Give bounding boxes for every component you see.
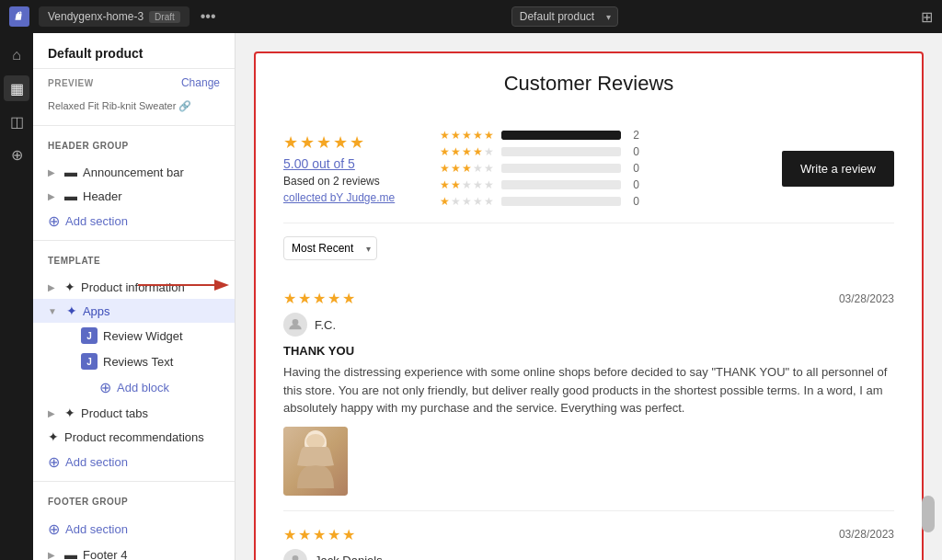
product-dropdown[interactable]: Default product — [511, 6, 618, 27]
s1: ★ — [440, 129, 450, 142]
product-info-icon: ✦ — [64, 280, 75, 294]
write-review-button[interactable]: Write a review — [782, 151, 894, 187]
review-avatar-2 — [283, 549, 307, 561]
bar-count-1: 0 — [628, 195, 639, 208]
s3: ★ — [462, 129, 472, 142]
s3: ★ — [462, 162, 472, 175]
sidebar-item-apps[interactable]: ▼ ✦ Apps — [33, 299, 235, 323]
announcement-icon: ▬ — [64, 165, 77, 179]
rv1-s2: ★ — [298, 290, 311, 307]
divider-3 — [33, 481, 235, 482]
add-block-button[interactable]: ⊕ Add block — [66, 374, 235, 401]
scroll-hint[interactable] — [922, 496, 935, 532]
chevron-right-icon-3: ▶ — [48, 282, 55, 292]
s5: ★ — [484, 195, 494, 208]
chevron-right-icon-4: ▶ — [48, 408, 55, 418]
star-5: ★ — [350, 132, 364, 153]
s3: ★ — [462, 145, 472, 158]
review-card-1: ★ ★ ★ ★ ★ 03/28/2023 F.C. THANK YOU Havi… — [283, 275, 894, 511]
sidebar-item-product-recommendations[interactable]: ✦ Product recommendations — [33, 425, 235, 449]
sidebar-item-product-information[interactable]: ▶ ✦ Product information — [33, 275, 235, 299]
rv1-s5: ★ — [342, 290, 355, 307]
filter-select-wrap[interactable]: Most Recent — [283, 236, 377, 260]
rv2-s1: ★ — [283, 526, 296, 543]
s2: ★ — [451, 162, 461, 175]
theme-icon[interactable]: ▦ — [4, 75, 29, 101]
bar-stars-4: ★ ★ ★ ★ ★ — [440, 145, 494, 158]
product-tabs-icon: ✦ — [64, 406, 75, 420]
s5: ★ — [484, 145, 494, 158]
add-section-button-2[interactable]: ⊕ Add section — [33, 449, 235, 475]
s5: ★ — [484, 162, 494, 175]
bar-count-3: 0 — [628, 162, 639, 175]
review-header-2: ★ ★ ★ ★ ★ 03/28/2023 — [283, 526, 894, 543]
filter-select[interactable]: Most Recent — [283, 236, 377, 260]
sidebar-header: Default product — [33, 33, 235, 69]
s5: ★ — [484, 178, 494, 191]
svg-point-0 — [293, 319, 299, 326]
rv2-s3: ★ — [313, 526, 326, 543]
review-date-2: 03/28/2023 — [839, 528, 894, 541]
s4: ★ — [473, 129, 483, 142]
s2: ★ — [451, 129, 461, 142]
s3: ★ — [462, 195, 472, 208]
review-title-1: THANK YOU — [283, 344, 894, 358]
review-author-row-1: F.C. — [283, 313, 894, 337]
star-3: ★ — [316, 132, 331, 153]
sidebar-item-review-widget[interactable]: J Review Widget — [66, 323, 235, 349]
add-section-button-3[interactable]: ⊕ Add section — [33, 516, 235, 543]
preview-frame: Customer Reviews ★ ★ ★ ★ ★ 5.00 out of 5… — [254, 51, 924, 560]
divider-2 — [33, 240, 235, 241]
review-author-row-2: Jack Daniels — [283, 549, 894, 561]
review-stars-1: ★ ★ ★ ★ ★ — [283, 290, 355, 307]
more-options-icon[interactable]: ••• — [201, 8, 216, 25]
collected-by[interactable]: collected bY Judge.me — [283, 191, 395, 204]
review-card-2: ★ ★ ★ ★ ★ 03/28/2023 Jack Daniels Good! … — [283, 511, 894, 561]
svg-point-3 — [293, 555, 299, 561]
judge-me-icon-1: J — [81, 327, 98, 344]
product-rec-icon: ✦ — [48, 429, 59, 444]
s1: ★ — [440, 145, 450, 158]
sidebar-item-announcement-bar[interactable]: ▶ ▬ Announcement bar — [33, 160, 235, 184]
sidebar-item-footer-4[interactable]: ▶ ▬ Footer 4 — [33, 543, 235, 560]
bar-row-4: ★ ★ ★ ★ ★ 0 — [440, 145, 639, 158]
bar-count-4: 0 — [628, 145, 639, 158]
home-icon[interactable]: ⌂ — [4, 42, 29, 68]
add-section-button-1[interactable]: ⊕ Add section — [33, 208, 235, 234]
announcement-label: Announcement bar — [83, 166, 184, 179]
bar-fill-5 — [501, 131, 621, 140]
layers-icon[interactable]: ◫ — [4, 109, 29, 134]
svg-point-2 — [306, 434, 325, 449]
review-avatar-1 — [283, 313, 307, 337]
s4: ★ — [473, 195, 483, 208]
s5: ★ — [484, 129, 494, 142]
chevron-right-icon: ▶ — [48, 167, 55, 177]
sidebar-item-reviews-text[interactable]: J Reviews Text — [66, 349, 235, 374]
rv1-s4: ★ — [327, 290, 340, 307]
chevron-right-icon-2: ▶ — [48, 191, 55, 201]
icon-bar: ⌂ ▦ ◫ ⊕ — [0, 33, 33, 560]
tab-name[interactable]: Vendygenx-home-3 Draft — [39, 6, 190, 27]
people-icon[interactable]: ⊕ — [4, 142, 29, 167]
rating-bars: ★ ★ ★ ★ ★ 2 ★ ★ ★ — [440, 129, 639, 208]
sidebar-item-product-tabs[interactable]: ▶ ✦ Product tabs — [33, 401, 235, 425]
product-tabs-label: Product tabs — [81, 406, 148, 420]
change-button[interactable]: Change — [181, 76, 220, 89]
bar-stars-5: ★ ★ ★ ★ ★ — [440, 129, 494, 142]
sidebar-item-header[interactable]: ▶ ▬ Header — [33, 184, 235, 208]
bar-track-5 — [501, 131, 621, 140]
bar-track-3 — [501, 164, 621, 173]
view-icon[interactable]: ⊞ — [921, 8, 933, 26]
filter-row: Most Recent — [283, 236, 894, 260]
plus-icon-4: ⊕ — [48, 520, 60, 538]
s3: ★ — [462, 178, 472, 191]
rating-score[interactable]: 5.00 out of 5 — [283, 156, 355, 171]
bar-stars-2: ★ ★ ★ ★ ★ — [440, 178, 494, 191]
rating-summary: ★ ★ ★ ★ ★ 5.00 out of 5 Based on 2 revie… — [283, 114, 894, 223]
header-icon: ▬ — [64, 189, 77, 203]
apps-sub-items: J Review Widget J Reviews Text ⊕ Add blo… — [33, 323, 235, 401]
rv1-s1: ★ — [283, 290, 296, 307]
product-select[interactable]: Default product — [511, 6, 618, 27]
template-label: TEMPLATE — [48, 256, 220, 266]
apps-label: Apps — [83, 304, 110, 318]
